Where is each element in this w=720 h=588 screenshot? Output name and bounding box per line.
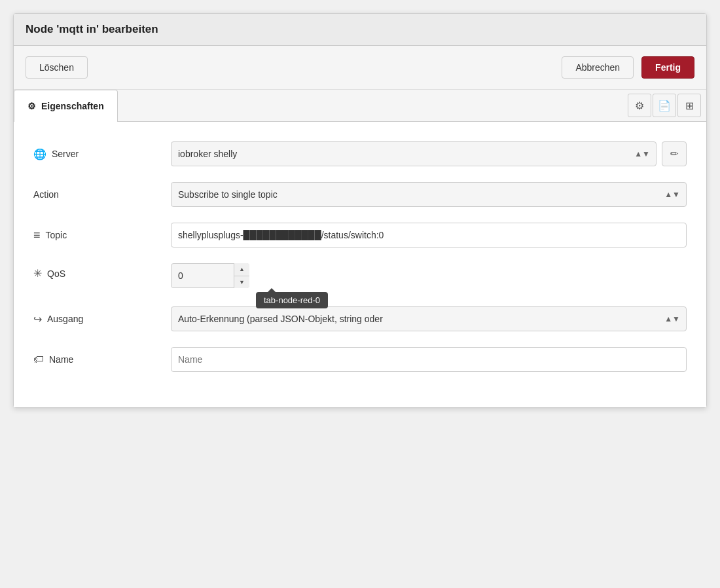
cancel-button[interactable]: Abbrechen <box>562 56 634 79</box>
toolbar: Löschen Abbrechen Fertig <box>14 46 706 90</box>
server-row: 🌐 Server iobroker shelly ▲▼ ✏ <box>33 141 687 166</box>
gear-tab-icon: ⚙ <box>27 101 36 111</box>
ausgang-select-wrapper: Auto-Erkennung (parsed JSON-Objekt, stri… <box>171 306 687 331</box>
topic-icon: ≡ <box>33 229 41 242</box>
tab-properties[interactable]: ⚙ Eigenschaften <box>14 90 118 122</box>
tabs-row: ⚙ Eigenschaften ⚙ 📄 ⊞ <box>14 90 706 122</box>
tab-icons-area: ⚙ 📄 ⊞ <box>622 90 706 121</box>
action-select[interactable]: Subscribe to single topic Subscribe to m… <box>171 182 687 207</box>
name-row: 🏷 Name <box>33 347 687 372</box>
ausgang-icon: ↪ <box>33 313 42 325</box>
action-row: Action Subscribe to single topic Subscri… <box>33 182 687 207</box>
name-input[interactable] <box>171 347 687 372</box>
server-icon: 🌐 <box>33 148 46 160</box>
server-controls: iobroker shelly ▲▼ ✏ <box>171 141 687 166</box>
topic-row: ≡ Topic <box>33 223 687 248</box>
name-icon: 🏷 <box>33 354 44 365</box>
qos-up-button[interactable]: ▲ <box>234 263 249 276</box>
tab-doc-button[interactable]: 📄 <box>653 94 676 117</box>
tab-grid-button[interactable]: ⊞ <box>677 94 701 117</box>
panel-header: Node 'mqtt in' bearbeiten <box>14 14 706 46</box>
action-label: Action <box>33 189 171 200</box>
panel-title: Node 'mqtt in' bearbeiten <box>26 23 158 35</box>
server-select-wrapper: iobroker shelly ▲▼ <box>171 141 657 166</box>
server-label: 🌐 Server <box>33 148 171 160</box>
ausgang-select[interactable]: Auto-Erkennung (parsed JSON-Objekt, stri… <box>171 306 687 331</box>
form-body: 🌐 Server iobroker shelly ▲▼ ✏ Action <box>14 122 706 407</box>
done-button[interactable]: Fertig <box>641 56 694 79</box>
qos-label: ✳ QoS <box>33 263 171 280</box>
tab-properties-label: Eigenschaften <box>41 101 104 111</box>
qos-row: ✳ QoS ▲ ▼ tab-node-red-0 <box>33 263 687 288</box>
qos-spinner: ▲ ▼ <box>234 263 249 288</box>
topic-label: ≡ Topic <box>33 229 171 242</box>
tab-gear-button[interactable]: ⚙ <box>628 94 651 117</box>
ausgang-row: ↪ Ausgang Auto-Erkennung (parsed JSON-Ob… <box>33 306 687 331</box>
delete-button[interactable]: Löschen <box>26 56 88 79</box>
ausgang-label: ↪ Ausgang <box>33 313 171 325</box>
action-select-wrapper: Subscribe to single topic Subscribe to m… <box>171 182 687 207</box>
qos-down-button[interactable]: ▼ <box>234 276 249 289</box>
qos-input-wrap: ▲ ▼ <box>171 263 249 288</box>
qos-controls: ▲ ▼ tab-node-red-0 <box>171 263 249 288</box>
main-panel: Node 'mqtt in' bearbeiten Löschen Abbrec… <box>13 13 707 408</box>
server-edit-button[interactable]: ✏ <box>662 141 687 166</box>
server-select[interactable]: iobroker shelly <box>171 141 657 166</box>
topic-input[interactable] <box>171 223 687 248</box>
qos-tooltip: tab-node-red-0 <box>256 292 328 308</box>
name-label: 🏷 Name <box>33 354 171 365</box>
edit-icon: ✏ <box>670 148 679 160</box>
qos-icon: ✳ <box>33 267 42 280</box>
